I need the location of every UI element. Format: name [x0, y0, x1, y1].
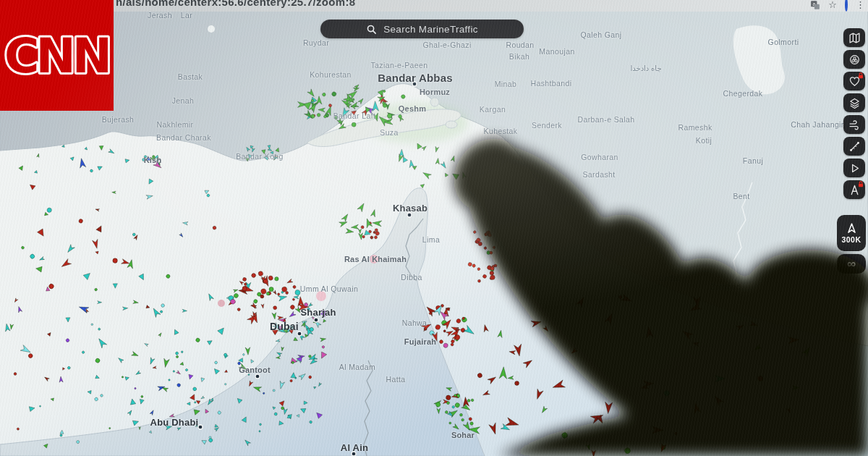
vessel-marker[interactable] [259, 430, 261, 432]
vessel-marker[interactable] [269, 287, 273, 291]
vessel-marker[interactable] [260, 295, 264, 299]
vessel-count-control[interactable]: 300K [837, 215, 866, 251]
search-placeholder: Search MarineTraffic [383, 24, 478, 35]
map-toolbar [843, 28, 865, 199]
menu-dots-icon[interactable]: ⋮ [856, 0, 865, 10]
city-dot [255, 374, 260, 379]
vessel-marker[interactable] [160, 311, 163, 313]
favorites-button[interactable] [843, 72, 865, 90]
vessel-marker[interactable] [493, 246, 495, 249]
vessel-marker[interactable] [248, 373, 250, 376]
browser-actions: a ☆ ⋮ [810, 0, 865, 12]
browser-address-bar[interactable]: n/ais/home/centerx:56.6/centery:25.7/zoo… [0, 0, 868, 12]
city-dot [352, 452, 356, 456]
search-bar[interactable]: Search MarineTraffic [320, 20, 524, 38]
map-canvas[interactable] [0, 0, 868, 456]
city-dot [297, 332, 302, 336]
vessel-marker[interactable] [113, 258, 118, 263]
vessel-marker[interactable] [209, 436, 211, 439]
vessel-marker[interactable] [447, 308, 450, 311]
vessel-marker[interactable] [317, 113, 320, 117]
anchorage-zone [370, 255, 378, 263]
weather-button[interactable] [843, 115, 865, 134]
vessel-marker[interactable] [477, 279, 480, 282]
vessel-marker[interactable] [76, 440, 79, 443]
vessel-marker[interactable] [471, 399, 474, 402]
city-dot [198, 425, 203, 429]
city-dot [407, 213, 412, 217]
url-text[interactable]: n/ais/home/centerx:56.6/centery:25.7/zoo… [116, 0, 355, 8]
playback-button[interactable] [843, 159, 865, 177]
vessel-count-label: 300K [841, 235, 861, 244]
city-dot [412, 82, 417, 86]
infinity-button[interactable]: ∞ [837, 254, 866, 274]
cnn-logo-text: CNN [4, 28, 109, 84]
vessel-marker[interactable] [135, 387, 136, 389]
vessel-marker[interactable] [266, 292, 270, 295]
vessel-marker[interactable] [290, 379, 293, 382]
vessel-marker[interactable] [91, 324, 93, 326]
photo-of-screen: JerashLarRuydarGhal-e-GhaziRoudanBikahMa… [0, 0, 868, 456]
filters-icon [848, 54, 861, 66]
infinity-label: ∞ [847, 257, 856, 271]
vessel-marker[interactable] [275, 277, 278, 281]
vessel-marker[interactable] [122, 376, 124, 378]
vessel-marker[interactable] [352, 122, 356, 127]
vessel-marker[interactable] [259, 423, 261, 426]
vessel-marker[interactable] [173, 371, 175, 373]
vessel-marker[interactable] [14, 372, 17, 375]
wind-icon [848, 119, 861, 131]
small-lake [208, 25, 215, 33]
screen-content: JerashLarRuydarGhal-e-GhaziRoudanBikahMa… [0, 0, 868, 456]
vessel-marker[interactable] [449, 422, 451, 424]
vessel-marker[interactable] [224, 384, 226, 386]
vessel-marker[interactable] [47, 208, 52, 213]
vessel-marker[interactable] [490, 271, 494, 275]
larak-island [446, 121, 457, 128]
city-dot [314, 318, 318, 322]
hormuz-island [430, 98, 439, 106]
measure-icon [848, 140, 861, 153]
vessel-marker[interactable] [142, 158, 145, 161]
map-style-button[interactable] [843, 28, 865, 47]
vessel-marker[interactable] [281, 287, 287, 292]
map-icon [848, 32, 861, 44]
play-icon [848, 162, 861, 174]
search-icon [366, 24, 377, 35]
location-arrow-icon [846, 222, 858, 235]
marinetraffic-map[interactable]: JerashLarRuydarGhal-e-GhaziRoudanBikahMa… [0, 0, 868, 456]
vessel-marker[interactable] [273, 389, 275, 392]
filters-button[interactable] [843, 50, 865, 69]
layers-button[interactable] [843, 93, 865, 112]
vessel-marker[interactable] [60, 434, 63, 437]
vessel-marker[interactable] [443, 330, 446, 333]
vessel-marker[interactable] [515, 381, 519, 385]
navigation-button[interactable] [843, 180, 865, 199]
vessel-marker[interactable] [488, 233, 492, 237]
profile-avatar-icon[interactable] [845, 0, 848, 10]
layers-icon [848, 97, 861, 109]
vessel-marker[interactable] [490, 275, 495, 280]
cnn-logo: CNN [0, 0, 114, 111]
translate-icon[interactable]: a [810, 0, 820, 10]
anchorage-zone [316, 291, 326, 301]
zoom-controls: 300K ∞ [837, 215, 866, 274]
anchorage-zone [218, 300, 225, 307]
bookmark-star-icon[interactable]: ☆ [828, 0, 837, 10]
vessel-marker[interactable] [375, 229, 378, 232]
vessel-marker[interactable] [263, 392, 265, 394]
measure-button[interactable] [843, 137, 865, 156]
